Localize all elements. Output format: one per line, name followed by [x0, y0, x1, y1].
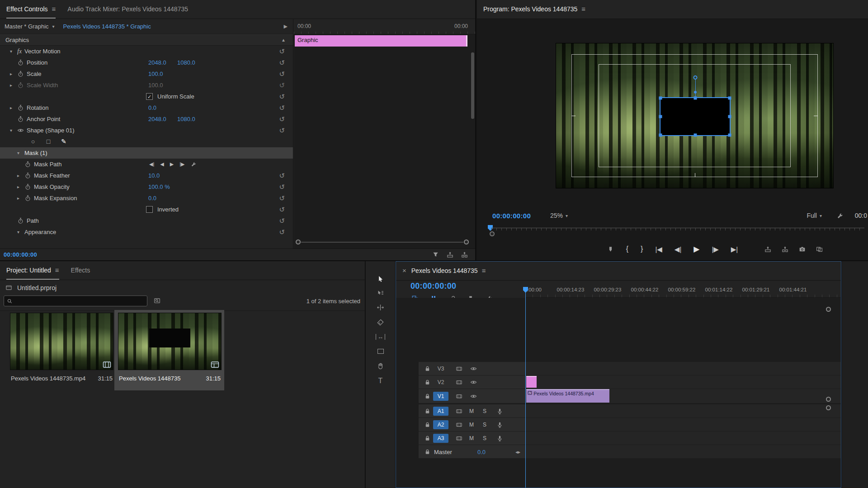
sync-lock-film-icon[interactable]: [456, 408, 462, 414]
reset-icon[interactable]: ↺: [279, 93, 285, 100]
scroll-handle[interactable]: [826, 307, 831, 312]
track-one-frame-back-icon[interactable]: ◀: [160, 161, 164, 167]
track-lane-a1[interactable]: [525, 404, 841, 418]
export-icon[interactable]: [461, 251, 468, 258]
lock-icon[interactable]: [424, 393, 431, 399]
stopwatch-icon[interactable]: [24, 161, 31, 168]
voiceover-mic-icon[interactable]: [496, 421, 503, 428]
timeline-playhead-marker[interactable]: [523, 287, 528, 293]
search-input[interactable]: [4, 296, 147, 306]
graphic-clip[interactable]: [526, 376, 537, 388]
track-target-a1[interactable]: A1: [433, 407, 448, 416]
project-item-video[interactable]: Pexels Videos 1448735.mp4 31:15: [10, 313, 113, 382]
timeline-timecode[interactable]: 00:00:00:00: [410, 282, 456, 291]
create-search-bin-icon[interactable]: [154, 297, 160, 304]
mask-opacity-value[interactable]: 100.0 %: [148, 183, 170, 190]
horizontal-zoom-scrollbar[interactable]: [296, 239, 469, 245]
step-forward-icon[interactable]: |▶: [712, 246, 718, 253]
shape-mask-rect[interactable]: [660, 97, 731, 136]
lock-icon[interactable]: [424, 408, 431, 414]
solo-button[interactable]: S: [483, 435, 486, 441]
mask-expansion-value[interactable]: 0.0: [148, 195, 156, 202]
expand-icon[interactable]: ▸: [17, 173, 24, 178]
voiceover-mic-icon[interactable]: [496, 435, 503, 441]
expand-icon[interactable]: ▾: [10, 49, 17, 54]
sync-lock-film-icon[interactable]: [456, 379, 462, 385]
panel-menu-icon[interactable]: ≡: [52, 5, 56, 13]
mute-button[interactable]: M: [469, 422, 474, 428]
panel-menu-icon[interactable]: ≡: [581, 5, 585, 13]
scroll-handle[interactable]: [826, 397, 831, 402]
ellipse-mask-icon[interactable]: ○: [28, 138, 38, 145]
project-name[interactable]: Untitled.prproj: [17, 284, 57, 291]
expand-icon[interactable]: ▾: [17, 230, 24, 235]
zoom-select[interactable]: 25% ▾: [550, 212, 568, 219]
reset-icon[interactable]: ↺: [279, 206, 285, 213]
stopwatch-icon[interactable]: [17, 104, 24, 111]
row-mask-opacity[interactable]: ▸ Mask Opacity 100.0 % ↺: [0, 181, 293, 192]
row-mask-feather[interactable]: ▸ Mask Feather 10.0 ↺: [0, 170, 293, 181]
track-select-tool[interactable]: [375, 287, 386, 298]
play-button-icon[interactable]: ▶: [693, 245, 699, 253]
reset-icon[interactable]: ↺: [279, 217, 285, 224]
go-to-in-icon[interactable]: |◀: [655, 246, 662, 253]
stopwatch-icon[interactable]: [24, 172, 31, 179]
razor-tool[interactable]: [375, 317, 386, 328]
reset-icon[interactable]: ↺: [279, 116, 285, 122]
toggle-output-eye-icon[interactable]: [470, 393, 477, 399]
scrubber-lane[interactable]: [491, 228, 864, 230]
scrollbar-track[interactable]: [301, 242, 463, 243]
zoom-handle-right[interactable]: [464, 239, 469, 244]
track-one-frame-fwd-icon[interactable]: |▶: [179, 161, 184, 167]
slip-tool[interactable]: ↔: [375, 331, 386, 342]
track-lane-v1[interactable]: fx Pexels Videos 1448735.mp4: [525, 389, 841, 403]
keyframe-nav-icon[interactable]: ◂▸: [515, 449, 520, 455]
master-clip-label[interactable]: Master * Graphic: [5, 23, 49, 30]
play-audio-icon[interactable]: [447, 251, 453, 258]
track-target-v2[interactable]: V2: [433, 378, 448, 387]
selection-tool[interactable]: [375, 273, 386, 284]
mask-handle-w[interactable]: [659, 115, 662, 118]
panel-menu-icon[interactable]: ≡: [55, 266, 59, 274]
row-rotation[interactable]: ▸ Rotation 0.0 ↺: [0, 102, 293, 113]
position-y-value[interactable]: 1080.0: [177, 59, 195, 66]
rectangle-mask-icon[interactable]: □: [43, 138, 53, 145]
comparison-view-icon[interactable]: [816, 246, 823, 253]
item-name[interactable]: Pexels Videos 1448735: [119, 375, 180, 382]
track-target-v3[interactable]: V3: [433, 364, 448, 373]
stopwatch-icon[interactable]: [17, 217, 24, 224]
row-uniform-scale[interactable]: ✓ Uniform Scale ↺: [0, 91, 293, 102]
track-target-a2[interactable]: A2: [433, 420, 448, 429]
master-gain-value[interactable]: 0.0: [477, 448, 486, 455]
reset-icon[interactable]: ↺: [279, 104, 285, 111]
effect-timeline-ruler[interactable]: 00:00 00:00: [294, 19, 475, 34]
lock-icon[interactable]: [424, 379, 431, 385]
zoom-handle[interactable]: [490, 231, 495, 236]
row-mask-expansion[interactable]: ▸ Mask Expansion 0.0 ↺: [0, 192, 293, 204]
mask-feather-value[interactable]: 10.0: [148, 172, 160, 179]
reset-icon[interactable]: ↺: [279, 172, 285, 179]
sync-lock-film-icon[interactable]: [456, 435, 462, 441]
stopwatch-icon[interactable]: [17, 116, 24, 122]
expand-icon[interactable]: ▸: [10, 105, 17, 110]
expand-icon[interactable]: ▾: [10, 128, 17, 133]
row-appearance[interactable]: ▾ Appearance ↺: [0, 226, 293, 238]
vertical-scrollbar[interactable]: [471, 52, 474, 119]
panel-menu-icon[interactable]: ≡: [482, 267, 486, 274]
row-path[interactable]: Path ↺: [0, 215, 293, 226]
uniform-scale-checkbox[interactable]: ✓: [146, 93, 153, 100]
mask-handle-e[interactable]: [728, 115, 731, 118]
row-scale[interactable]: ▸ Scale 100.0 ↺: [0, 68, 293, 80]
stopwatch-icon[interactable]: [24, 183, 31, 190]
stopwatch-icon[interactable]: [17, 59, 24, 66]
voiceover-mic-icon[interactable]: [496, 408, 503, 414]
extract-icon[interactable]: [782, 246, 788, 253]
mark-out-icon[interactable]: }: [641, 245, 643, 253]
track-target-v1[interactable]: V1: [433, 392, 448, 401]
zoom-handle-left[interactable]: [296, 239, 301, 244]
effect-controls-timecode[interactable]: 00:00:00:00: [4, 251, 37, 258]
track-lane-a3[interactable]: [525, 432, 841, 445]
tab-project[interactable]: Project: Untitled ≡: [6, 261, 59, 280]
anchor-y-value[interactable]: 1080.0: [177, 116, 195, 122]
anchor-x-value[interactable]: 2048.0: [148, 116, 166, 122]
